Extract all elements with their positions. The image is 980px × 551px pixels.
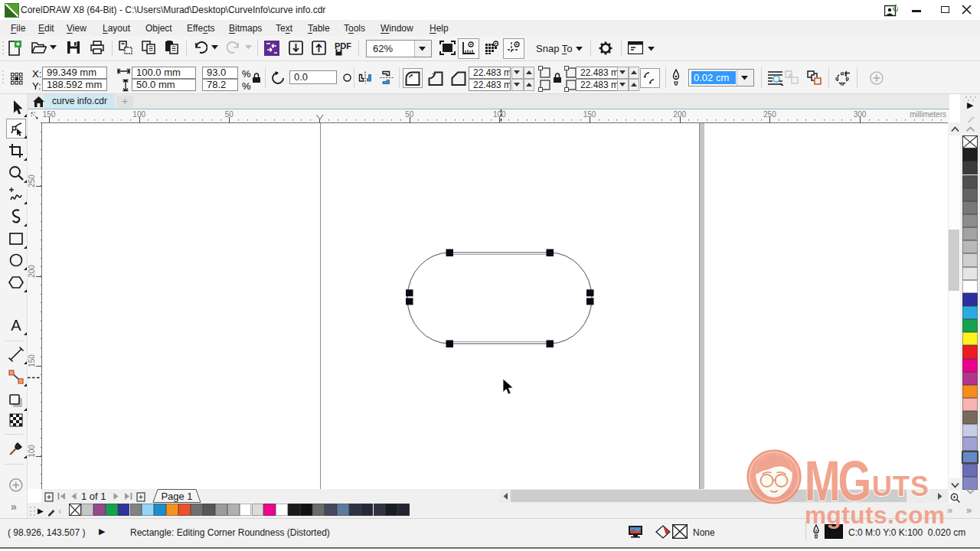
svg-text:UTS: UTS: [872, 471, 929, 502]
svg-text:Page 1: Page 1: [161, 491, 192, 502]
svg-text:A: A: [11, 317, 21, 334]
svg-text:mgtuts.com: mgtuts.com: [805, 501, 946, 529]
